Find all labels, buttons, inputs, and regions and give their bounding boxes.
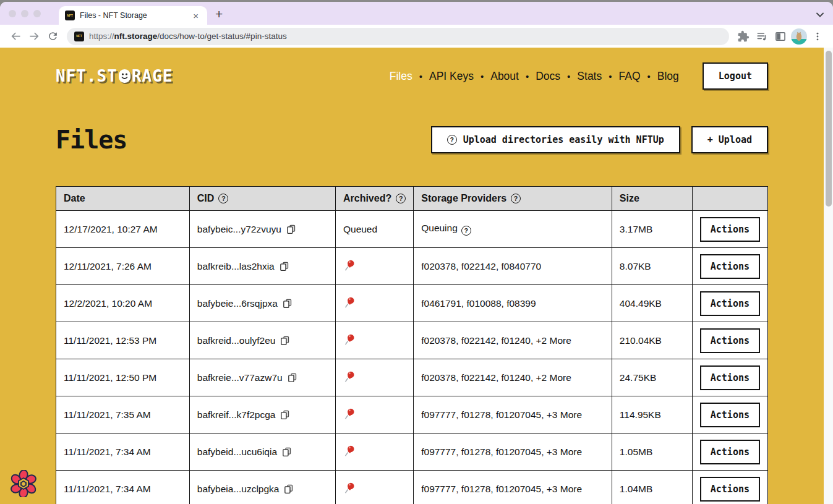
nav-item-stats[interactable]: Stats	[577, 70, 602, 83]
cell-size: 3.17MB	[612, 211, 692, 248]
reload-icon[interactable]	[43, 27, 62, 46]
provider-link[interactable]: f097777	[421, 484, 456, 494]
provider-link[interactable]: f08399	[506, 298, 536, 309]
provider-link[interactable]: f010088	[466, 298, 501, 309]
more-providers-link[interactable]: +2 More	[536, 372, 571, 383]
nav-separator: •	[609, 71, 612, 82]
page-title: Files	[56, 126, 127, 154]
cid-link[interactable]: bafybeid...ucu6iqia	[197, 446, 277, 458]
nav-separator: •	[481, 71, 484, 82]
copy-icon[interactable]	[280, 335, 290, 346]
cell-cid: bafybeid...ucu6iqia	[189, 434, 335, 471]
actions-button[interactable]: Actions	[700, 365, 760, 390]
nav-separator: •	[567, 71, 570, 82]
provider-link[interactable]: f01278	[461, 409, 490, 420]
provider-link[interactable]: f0840770	[502, 261, 542, 271]
provider-link[interactable]: f01240	[502, 335, 531, 346]
provider-link[interactable]: f022142	[461, 261, 496, 271]
back-icon[interactable]	[6, 27, 25, 46]
cid-link[interactable]: bafybeie...6rsqjpxa	[197, 298, 278, 309]
provider-link[interactable]: f097777	[421, 409, 456, 420]
tab-close-icon[interactable]: ×	[190, 11, 201, 21]
help-icon[interactable]: ?	[218, 194, 228, 203]
provider-link[interactable]: f022142	[461, 372, 496, 383]
cid-link[interactable]: bafkreif...k7f2pcga	[197, 409, 276, 421]
cid-link[interactable]: bafybeic...y72zvuyu	[197, 224, 281, 235]
provider-link[interactable]: f097777	[421, 446, 456, 457]
page-scrollbar	[824, 48, 833, 504]
provider-link[interactable]: f020378	[421, 261, 456, 271]
actions-button[interactable]: Actions	[700, 328, 760, 353]
nav-item-api-keys[interactable]: API Keys	[429, 70, 474, 83]
cell-archived	[335, 359, 413, 396]
scrollbar-thumb[interactable]	[826, 51, 832, 207]
copy-icon[interactable]	[283, 484, 294, 494]
nav-item-about[interactable]: About	[490, 70, 519, 83]
help-icon[interactable]: ?	[461, 226, 471, 236]
actions-button[interactable]: Actions	[700, 440, 760, 464]
file-row: 11/11/2021, 7:34 AMbafybeid...ucu6iqiaf0…	[56, 434, 768, 471]
actions-button[interactable]: Actions	[700, 291, 760, 316]
forward-icon[interactable]	[25, 27, 43, 46]
file-row: 12/11/2021, 7:26 AMbafkreib...las2hxiaf0…	[56, 248, 768, 285]
provider-link[interactable]: f01207045	[496, 484, 541, 494]
copy-icon[interactable]	[282, 298, 293, 309]
provider-link[interactable]: f01278	[461, 484, 490, 494]
nav-item-blog[interactable]: Blog	[657, 70, 679, 83]
browser-tab[interactable]: NFT Files - NFT Storage ×	[59, 6, 207, 25]
column-header-label: Storage Providers	[421, 193, 506, 204]
side-panel-icon[interactable]	[771, 27, 790, 46]
browser-menu-icon[interactable]	[808, 27, 827, 46]
more-providers-link[interactable]: +2 More	[536, 335, 571, 346]
cid-link[interactable]: bafkreid...oulyf2eu	[197, 335, 276, 346]
reading-list-icon[interactable]	[753, 27, 771, 46]
column-header-label: Size	[620, 193, 639, 204]
cell-storage-providers: Queuing?	[414, 211, 612, 248]
window-close-button[interactable]	[9, 10, 16, 17]
provider-link[interactable]: f020378	[421, 335, 456, 346]
nftup-button[interactable]: ? Upload directories easily with NFTUp	[431, 126, 680, 153]
copy-icon[interactable]	[281, 446, 292, 457]
more-providers-link[interactable]: +3 More	[547, 446, 582, 457]
actions-button[interactable]: Actions	[700, 403, 760, 427]
more-providers-link[interactable]: +3 More	[547, 484, 582, 494]
help-icon[interactable]: ?	[511, 194, 521, 203]
help-icon[interactable]: ?	[396, 194, 406, 203]
window-minimize-button[interactable]	[21, 10, 28, 17]
logo-smiley-o-icon	[118, 69, 131, 83]
provider-link[interactable]: f01240	[502, 372, 531, 383]
provider-link[interactable]: f01278	[461, 446, 490, 457]
actions-button[interactable]: Actions	[700, 477, 760, 502]
cid-link[interactable]: bafkreib...las2hxia	[197, 261, 275, 272]
logout-button[interactable]: Logout	[703, 62, 768, 90]
actions-button[interactable]: Actions	[700, 217, 760, 242]
nft-storage-logo[interactable]: NFT.STRAGE	[56, 67, 173, 85]
provider-link[interactable]: f0461791	[421, 298, 461, 309]
cid-link[interactable]: bafkreie...v77azw7u	[197, 372, 283, 383]
copy-icon[interactable]	[280, 409, 290, 420]
provider-link[interactable]: f01207045	[496, 446, 541, 457]
window-zoom-button[interactable]	[33, 10, 41, 17]
cid-link[interactable]: bafybeia...uzclpgka	[197, 484, 280, 495]
upload-button[interactable]: + Upload	[691, 126, 768, 153]
pushpin-icon	[343, 481, 356, 494]
actions-button[interactable]: Actions	[700, 254, 760, 279]
copy-icon[interactable]	[279, 261, 289, 271]
nav-item-docs[interactable]: Docs	[536, 70, 560, 83]
provider-link[interactable]: f022142	[461, 335, 496, 346]
url-bar[interactable]: NFT https://nft.storage/docs/how-to/get-…	[67, 28, 729, 45]
nav-item-files[interactable]: Files	[390, 70, 412, 83]
main-nav: Files•API Keys•About•Docs•Stats•FAQ•Blog	[390, 70, 679, 83]
more-providers-link[interactable]: +3 More	[547, 409, 582, 420]
provider-link[interactable]: f020378	[421, 372, 456, 383]
cell-cid: bafkreid...oulyf2eu	[189, 322, 335, 359]
copy-icon[interactable]	[286, 224, 296, 234]
copy-icon[interactable]	[287, 372, 297, 383]
cell-size: 404.49KB	[612, 285, 692, 322]
new-tab-button[interactable]: +	[215, 7, 223, 22]
provider-link[interactable]: f01207045	[496, 409, 541, 420]
nav-item-faq[interactable]: FAQ	[619, 70, 641, 83]
tab-search-chevron-icon[interactable]	[816, 9, 824, 20]
extensions-icon[interactable]	[734, 27, 753, 46]
profile-avatar[interactable]	[790, 27, 808, 46]
